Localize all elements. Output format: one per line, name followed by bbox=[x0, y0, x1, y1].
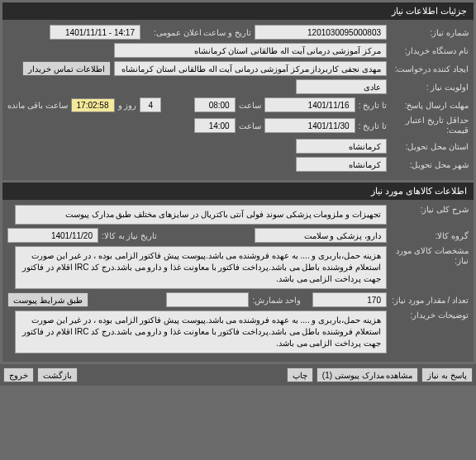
back-button[interactable]: بازگشت bbox=[37, 368, 78, 382]
need-date-label: تاریخ نیاز به کالا: bbox=[102, 231, 157, 240]
priority-label: اولویت نیاز : bbox=[390, 83, 469, 92]
qty-value: 170 bbox=[312, 292, 387, 307]
spec-value: هزینه حمل،باربری و .... به عهده فروشنده … bbox=[15, 246, 387, 289]
panel-title-details: جزئیات اطلاعات نیاز bbox=[2, 2, 474, 20]
desc-label: شرح کلی نیاز: bbox=[390, 205, 469, 214]
validity-label: حداقل تاریخ اعتبار قیمت: bbox=[390, 116, 469, 135]
group-label: گروه کالا: bbox=[390, 231, 469, 240]
group-value: دارو، پزشکی و سلامت bbox=[255, 228, 387, 243]
deadline-time-label: ساعت bbox=[239, 101, 261, 110]
announce-date-label: تاریخ و ساعت اعلان عمومی: bbox=[144, 28, 251, 37]
validity-date-value: 1401/11/30 bbox=[264, 118, 355, 133]
respond-button[interactable]: پاسخ به نیاز bbox=[421, 368, 473, 382]
days-label: روز و bbox=[118, 101, 137, 110]
unit-label: واحد شمارش: bbox=[252, 296, 301, 305]
qty-label: تعداد / مقدار مورد نیاز: bbox=[390, 296, 469, 305]
delivery-province-value: کرمانشاه bbox=[296, 139, 387, 154]
delivery-province-label: استان محل تحویل: bbox=[390, 142, 469, 151]
need-number-label: شماره نیاز: bbox=[390, 28, 469, 37]
need-date-value: 1401/11/20 bbox=[7, 228, 98, 243]
spec-label: مشخصات کالای مورد نیاز: bbox=[390, 246, 469, 266]
print-button[interactable]: چاپ bbox=[287, 368, 313, 382]
terms-attachment-button[interactable]: طبق شرایط پیوست bbox=[7, 292, 88, 307]
remaining-label: ساعت باقی مانده bbox=[7, 101, 68, 110]
deadline-time-value: 08:00 bbox=[194, 97, 236, 112]
validity-to-label: تا تاریخ : bbox=[359, 121, 387, 130]
desc-value: تجهیزات و ملزومات پزشکی سوند فولی آنتی ب… bbox=[15, 205, 387, 225]
validity-time-value: 14:00 bbox=[194, 118, 236, 133]
exit-button[interactable]: خروج bbox=[3, 368, 34, 382]
deadline-to-label: تا تاریخ : bbox=[359, 101, 387, 110]
buyer-notes-value: هزینه حمل،باربری و .... به عهده فروشنده … bbox=[15, 311, 387, 353]
days-count-value: 4 bbox=[140, 97, 161, 112]
panel-title-goods: اطلاعات کالاهای مورد نیاز bbox=[2, 183, 474, 200]
validity-time-label: ساعت bbox=[239, 121, 261, 130]
deadline-date-value: 1401/11/16 bbox=[264, 97, 355, 112]
buyer-notes-label: توضیحات خریدار: bbox=[390, 311, 469, 320]
unit-value bbox=[166, 292, 249, 307]
announce-date-value: 14:17 - 1401/11/11 bbox=[50, 25, 140, 40]
device-name-value: مرکز آموزشی درمانی آیت اله طالقانی استان… bbox=[114, 43, 387, 58]
requester-value: مهدی نجفی کاربرداز مرکز آموزشی درمانی آی… bbox=[114, 61, 387, 76]
device-name-label: نام دستگاه خریدار: bbox=[390, 46, 469, 55]
need-number-value: 1201030095000803 bbox=[255, 25, 387, 40]
attachments-button[interactable]: مشاهده مدارک پیوستی (1) bbox=[317, 368, 419, 382]
priority-value: عادی bbox=[296, 79, 387, 94]
delivery-city-value: کرمانشاه bbox=[296, 157, 387, 172]
deadline-send-label: مهلت ارسال پاسخ: bbox=[390, 101, 469, 110]
contact-buyer-button[interactable]: اطلاعات تماس خریدار bbox=[22, 61, 111, 76]
requester-label: ایجاد کننده درخواست: bbox=[390, 64, 469, 74]
delivery-city-label: شهر محل تحویل: bbox=[390, 160, 469, 169]
remaining-time-value: 17:02:58 bbox=[71, 98, 115, 112]
